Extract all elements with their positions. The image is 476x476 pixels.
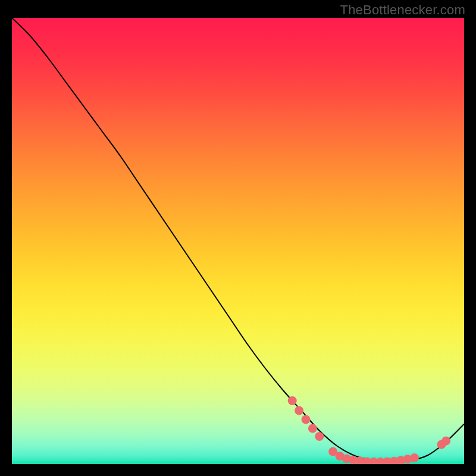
- bottleneck-chart: [12, 18, 464, 464]
- curve-marker: [295, 406, 303, 415]
- gradient-background: [12, 18, 464, 464]
- curve-marker: [288, 396, 297, 405]
- chart-stage: TheBottlenecker.com: [0, 0, 476, 476]
- watermark-text: TheBottlenecker.com: [340, 2, 465, 18]
- curve-marker: [308, 424, 317, 433]
- curve-marker: [315, 432, 324, 441]
- curve-marker: [410, 453, 419, 462]
- curve-marker: [441, 437, 450, 446]
- curve-marker: [302, 415, 311, 424]
